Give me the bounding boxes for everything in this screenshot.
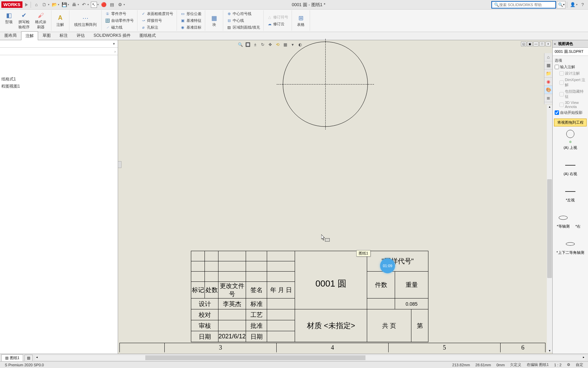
- doc-props-icon[interactable]: ▤: [109, 2, 115, 8]
- 3dview-checkbox: 3D View Annota: [555, 100, 586, 109]
- table-button[interactable]: ⊞表格: [294, 13, 308, 28]
- document-title: 0001 圆 - 图纸1 *: [126, 2, 491, 8]
- tree-item-format[interactable]: 纸格式1: [1, 76, 116, 83]
- view-iso2[interactable]: *右: [572, 213, 584, 229]
- gear-status-icon[interactable]: ⚙: [567, 363, 570, 367]
- balloon-button[interactable]: ①零件序号: [105, 11, 134, 17]
- taskpane-palette-icon[interactable]: 🎨: [544, 86, 552, 94]
- import-anno-checkbox[interactable]: 输入注解: [555, 64, 586, 70]
- panel-collapse-icon[interactable]: ›: [114, 49, 116, 53]
- user-icon[interactable]: 👤: [570, 2, 576, 8]
- pattern-id: "图样代号": [367, 251, 428, 272]
- tab-evaluate[interactable]: 评估: [72, 31, 89, 40]
- pan-icon[interactable]: ✥: [267, 42, 273, 48]
- view-top[interactable]: ✲ (A) 上视: [564, 129, 577, 150]
- palette-file[interactable]: 0001 圆.SLDPRT: [553, 48, 588, 56]
- revision-symbol-button: △修订符号: [267, 14, 288, 20]
- panel-back-icon[interactable]: «: [554, 42, 556, 46]
- taskpane-appearance-icon[interactable]: ◉: [544, 78, 552, 86]
- feature-tree-panel: ▾ › 纸格式1 程图视图1: [0, 40, 118, 354]
- zoom-inout-icon[interactable]: ±: [252, 42, 258, 48]
- sheet-tabs: ▥图纸1 ▥ ◂ ▸: [0, 354, 588, 361]
- breadcrumb-dropdown-icon[interactable]: ▾: [113, 42, 115, 46]
- magnetic-line-button[interactable]: ⟋磁力线: [105, 24, 134, 30]
- help-icon[interactable]: ?: [579, 2, 586, 8]
- hole-callout-button[interactable]: ⌀孔标注: [141, 24, 173, 30]
- new-icon[interactable]: 🗋: [42, 2, 48, 8]
- note-button[interactable]: A注解: [53, 13, 67, 28]
- format-painter-button[interactable]: 🖌格式涂 刷器: [32, 11, 49, 30]
- scale-status: 1 : 2: [554, 363, 561, 367]
- panel-title: 视图调色: [558, 41, 573, 46]
- revision-cloud-button[interactable]: ☁修订云: [267, 21, 288, 27]
- view-palette-panel: «视图调色 0001 圆.SLDPRT 选项 输入注解 设计注解 DimXper…: [552, 40, 588, 354]
- tab-addins[interactable]: SOLIDWORKS 插件: [89, 31, 135, 40]
- title-block[interactable]: 0001 圆 "图样代号" 件数 重量 标记处数更改文件号签名年 月 日 设计李…: [191, 251, 545, 342]
- save-icon[interactable]: 💾: [61, 2, 67, 8]
- vertical-scrollbar[interactable]: ▴ ▾: [547, 105, 552, 352]
- block-button[interactable]: ▦块: [207, 13, 221, 28]
- auto-balloon-button[interactable]: 🔢自动零件序号: [105, 17, 134, 24]
- taskpane-props-icon[interactable]: ≣: [544, 94, 552, 102]
- view-dimetric[interactable]: *上下二等角轴测: [556, 239, 584, 255]
- add-sheet-button[interactable]: ▥: [24, 355, 33, 361]
- gtol-button[interactable]: ▭形位公差: [180, 11, 201, 17]
- taskpane-resources-icon[interactable]: ▦: [544, 61, 552, 70]
- open-icon[interactable]: 📂: [51, 2, 58, 8]
- drawing-canvas[interactable]: 🔍 🔲 ± ↻ ✥ ⟲ ▦ ▾ ◐ ◱ ▣ — □ × ⌂ ▦ 📁 ◉ 🎨 ≣ …: [118, 40, 552, 354]
- print-icon[interactable]: 🖶: [71, 2, 77, 8]
- search-box[interactable]: 🔍: [491, 1, 556, 9]
- weld-symbol-button[interactable]: ⤻焊接符号: [141, 17, 173, 24]
- zoom-fit-icon[interactable]: 🔍: [237, 42, 243, 48]
- model-items-button[interactable]: ◧型项: [2, 11, 16, 30]
- rotate-icon[interactable]: ↻: [260, 42, 266, 48]
- datum-feature-button[interactable]: ▣基准特征: [180, 17, 201, 24]
- part-name: 0001 圆: [295, 267, 367, 293]
- search-input[interactable]: [499, 3, 553, 7]
- tab-markup[interactable]: 标注: [55, 31, 72, 40]
- view-left[interactable]: *左视: [565, 187, 576, 203]
- datum-target-button[interactable]: ◉基准目标: [180, 24, 201, 30]
- rebuild-icon[interactable]: 🔴: [101, 2, 107, 8]
- tab-sheet-format[interactable]: 图纸格式: [135, 31, 160, 40]
- zoom-area-icon[interactable]: 🔲: [245, 42, 251, 48]
- ribbon: ◧型项 ✔拼写检 验程序 🖌格式涂 刷器 A注解 ⋯线性注释阵列 ①零件序号 🔢…: [0, 10, 588, 32]
- options-icon[interactable]: ⚙: [117, 2, 123, 8]
- 3drotate-icon[interactable]: ⟲: [275, 42, 281, 48]
- custom-status: 自定: [576, 362, 583, 367]
- section-icon[interactable]: ▦: [282, 42, 288, 48]
- close-icon[interactable]: ×: [545, 42, 551, 46]
- view-iso[interactable]: *等轴测: [557, 213, 569, 229]
- taskpane-home-icon[interactable]: ⌂: [544, 53, 552, 61]
- linear-pattern-button[interactable]: ⋯线性注释阵列: [71, 13, 99, 28]
- drag-preview: [325, 238, 330, 242]
- options-header: 选项: [555, 57, 586, 64]
- undo-icon[interactable]: ↶: [81, 2, 87, 8]
- display-icon[interactable]: ▾: [290, 42, 296, 48]
- drawing-sheet: 0001 圆 "图样代号" 件数 重量 标记处数更改文件号签名年 月 日 设计李…: [119, 42, 545, 352]
- tab-sketch[interactable]: 草图: [38, 31, 55, 40]
- hide-icon[interactable]: ◐: [297, 42, 303, 48]
- tab-layout[interactable]: 图布局: [0, 31, 21, 40]
- tab-annotate[interactable]: 注解: [21, 31, 38, 40]
- drawing-view-circle[interactable]: [279, 42, 371, 134]
- play-icon[interactable]: [25, 3, 28, 6]
- coord-x: 213.82mm: [452, 363, 470, 367]
- sheet-tab-1[interactable]: ▥图纸1: [1, 354, 23, 361]
- coord-z: 0mm: [496, 363, 505, 367]
- horizontal-scrollbar[interactable]: ◂ ▸: [35, 355, 585, 360]
- view-right[interactable]: (A) 右视: [564, 160, 577, 177]
- tooltip: 图纸1: [356, 250, 371, 257]
- feature-tree[interactable]: 纸格式1 程图视图1: [0, 55, 118, 354]
- spell-check-button[interactable]: ✔拼写检 验程序: [16, 11, 32, 30]
- select-icon[interactable]: ↖: [91, 2, 97, 8]
- centerline-button[interactable]: ⊟中心线: [227, 17, 260, 24]
- taskpane-library-icon[interactable]: 📁: [544, 70, 552, 78]
- surface-finish-button[interactable]: ✓表面粗糙度符号: [141, 11, 173, 17]
- center-mark-button[interactable]: ⊕中心符号线: [227, 11, 260, 17]
- hatch-button[interactable]: ▨区域剖面线/填充: [227, 24, 260, 30]
- auto-project-checkbox[interactable]: 自动开始投影: [555, 109, 586, 116]
- search-button[interactable]: 🔍▾: [557, 1, 566, 9]
- home-icon[interactable]: ⌂: [33, 2, 39, 8]
- tree-item-view[interactable]: 程图视图1: [1, 83, 116, 90]
